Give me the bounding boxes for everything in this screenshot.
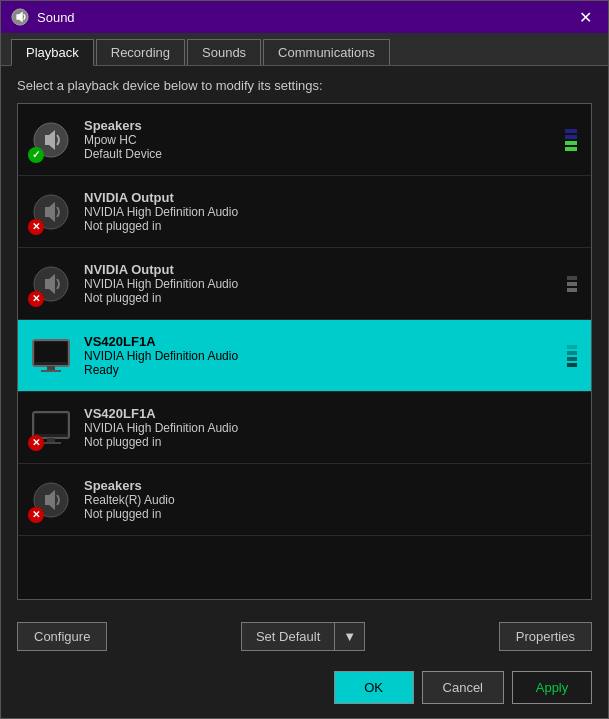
action-buttons: OK Cancel Apply: [1, 661, 608, 718]
tabs-bar: Playback Recording Sounds Communications: [1, 33, 608, 66]
status-badge-red-4: ✕: [28, 507, 44, 523]
instruction-text: Select a playback device below to modify…: [17, 78, 592, 93]
device-info-vs420-notplugged: VS420LF1A NVIDIA High Definition Audio N…: [84, 406, 581, 449]
device-icon-nvidia-2: ✕: [28, 261, 74, 307]
device-status: Not plugged in: [84, 291, 567, 305]
device-driver: NVIDIA High Definition Audio: [84, 205, 581, 219]
set-default-group: Set Default ▼: [241, 622, 365, 651]
titlebar-left: Sound: [11, 8, 75, 26]
set-default-button[interactable]: Set Default: [241, 622, 334, 651]
si-bar2: [567, 282, 577, 286]
device-status: Ready: [84, 363, 567, 377]
device-status: Not plugged in: [84, 219, 581, 233]
cancel-button[interactable]: Cancel: [422, 671, 504, 704]
device-info-speakers-realtek: Speakers Realtek(R) Audio Not plugged in: [84, 478, 581, 521]
content-area: Select a playback device below to modify…: [1, 66, 608, 612]
device-driver: NVIDIA High Definition Audio: [84, 421, 581, 435]
slb3: [567, 357, 577, 361]
device-status: Default Device: [84, 147, 565, 161]
tab-recording[interactable]: Recording: [96, 39, 185, 65]
si-bar1: [567, 276, 577, 280]
device-item-speakers-mpow[interactable]: ✓ Speakers Mpow HC Default Device: [18, 104, 591, 176]
tab-playback[interactable]: Playback: [11, 39, 94, 66]
status-badge-green: ✓: [28, 147, 44, 163]
svg-rect-15: [41, 442, 61, 444]
svg-rect-11: [41, 370, 61, 372]
device-icon-vs420-notplugged: ✕: [28, 405, 74, 451]
device-name: NVIDIA Output: [84, 262, 567, 277]
device-list[interactable]: ✓ Speakers Mpow HC Default Device: [18, 104, 591, 599]
svg-rect-13: [35, 414, 67, 434]
svg-rect-10: [47, 366, 55, 370]
slb1: [567, 345, 577, 349]
device-info-nvidia-2: NVIDIA Output NVIDIA High Definition Aud…: [84, 262, 567, 305]
bar1: [565, 129, 577, 133]
device-name: Speakers: [84, 118, 565, 133]
selected-level-bars: [567, 345, 577, 367]
tab-sounds[interactable]: Sounds: [187, 39, 261, 65]
sound-window: Sound ✕ Playback Recording Sounds Commun…: [0, 0, 609, 719]
device-item-speakers-realtek[interactable]: ✕ Speakers Realtek(R) Audio Not plugged …: [18, 464, 591, 536]
device-item-nvidia-2[interactable]: ✕ NVIDIA Output NVIDIA High Definition A…: [18, 248, 591, 320]
device-name: NVIDIA Output: [84, 190, 581, 205]
svg-rect-9: [35, 342, 67, 362]
svg-rect-14: [47, 438, 55, 442]
status-badge-red-2: ✕: [28, 291, 44, 307]
sound-icon: [11, 8, 29, 26]
device-info-nvidia-1: NVIDIA Output NVIDIA High Definition Aud…: [84, 190, 581, 233]
device-list-container: ✓ Speakers Mpow HC Default Device: [17, 103, 592, 600]
apply-button[interactable]: Apply: [512, 671, 592, 704]
status-badge-red-1: ✕: [28, 219, 44, 235]
si-bar3: [567, 288, 577, 292]
bottom-buttons: Configure Set Default ▼ Properties: [1, 612, 608, 661]
device-name: Speakers: [84, 478, 581, 493]
device-status: Not plugged in: [84, 507, 581, 521]
device-driver: NVIDIA High Definition Audio: [84, 277, 567, 291]
close-button[interactable]: ✕: [573, 6, 598, 29]
bar4: [565, 147, 577, 151]
ok-button[interactable]: OK: [334, 671, 414, 704]
tab-communications[interactable]: Communications: [263, 39, 390, 65]
device-name: VS420LF1A: [84, 406, 581, 421]
device-info-vs420-ready: VS420LF1A NVIDIA High Definition Audio R…: [84, 334, 567, 377]
device-driver: Realtek(R) Audio: [84, 493, 581, 507]
bar3: [565, 141, 577, 145]
monitor-svg: [31, 338, 71, 374]
set-default-dropdown-button[interactable]: ▼: [334, 622, 365, 651]
bar2: [565, 135, 577, 139]
slb2: [567, 351, 577, 355]
device-icon-vs420-ready: [28, 333, 74, 379]
device-item-vs420-ready[interactable]: VS420LF1A NVIDIA High Definition Audio R…: [18, 320, 591, 392]
level-bars: [565, 129, 577, 151]
device-icon-speakers-realtek: ✕: [28, 477, 74, 523]
window-title: Sound: [37, 10, 75, 25]
slb4: [567, 363, 577, 367]
scroll-indicator: [567, 276, 577, 292]
device-icon-nvidia-1: ✕: [28, 189, 74, 235]
properties-button[interactable]: Properties: [499, 622, 592, 651]
status-badge-red-3: ✕: [28, 435, 44, 451]
configure-button[interactable]: Configure: [17, 622, 107, 651]
titlebar: Sound ✕: [1, 1, 608, 33]
device-icon-speakers-mpow: ✓: [28, 117, 74, 163]
device-driver: Mpow HC: [84, 133, 565, 147]
device-status: Not plugged in: [84, 435, 581, 449]
device-item-nvidia-1[interactable]: ✕ NVIDIA Output NVIDIA High Definition A…: [18, 176, 591, 248]
device-info-speakers-mpow: Speakers Mpow HC Default Device: [84, 118, 565, 161]
device-item-vs420-notplugged[interactable]: ✕ VS420LF1A NVIDIA High Definition Audio…: [18, 392, 591, 464]
device-driver: NVIDIA High Definition Audio: [84, 349, 567, 363]
device-name: VS420LF1A: [84, 334, 567, 349]
